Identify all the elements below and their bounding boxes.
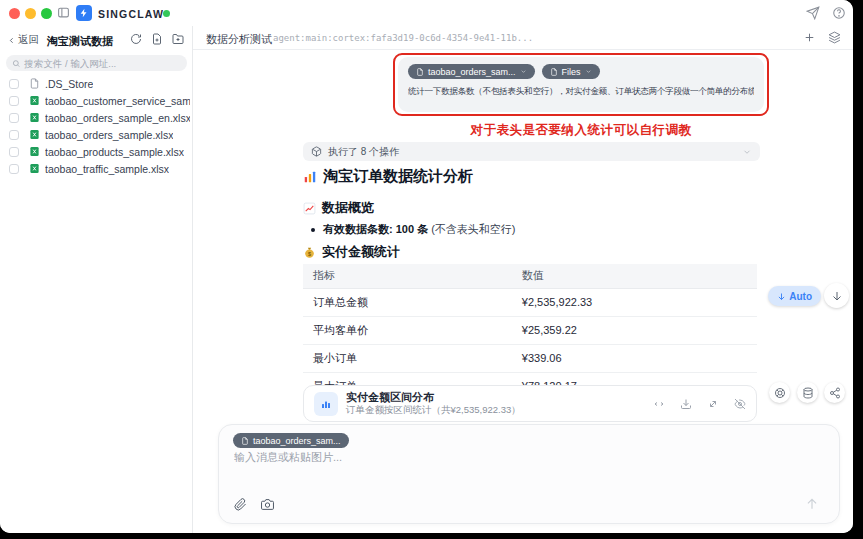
- operations-summary-label: 执行了 8 个操作: [328, 145, 399, 159]
- new-session-icon[interactable]: [803, 31, 816, 44]
- new-folder-icon[interactable]: [172, 33, 184, 45]
- sidebar-search[interactable]: [6, 55, 187, 71]
- usage-info-button[interactable]: [769, 382, 790, 403]
- file-checkbox[interactable]: [9, 113, 19, 123]
- files-chip-label: Files: [562, 67, 581, 77]
- lifebuoy-icon: [774, 387, 786, 399]
- bullet-strong: 有效数据条数: 100 条: [323, 223, 428, 235]
- payment-heading: $ 实付金额统计: [303, 243, 400, 261]
- list-item[interactable]: taobao_orders_sample_en.xlsx: [0, 109, 192, 126]
- metric-cell: 最小订单: [303, 344, 512, 372]
- app-name: SINGCLAW: [98, 8, 164, 20]
- attachment-chip-label: taobao_orders_sam...: [428, 67, 516, 77]
- send-plane-icon[interactable]: [806, 6, 820, 20]
- generic-file-icon: [29, 78, 40, 89]
- download-icon[interactable]: [680, 398, 692, 410]
- agent-id: agent:main:cortex:fafa3d19-0c6d-4354-9e4…: [273, 33, 533, 43]
- file-name: .DS_Store: [45, 78, 93, 90]
- database-icon: [802, 387, 814, 399]
- share-icon: [829, 387, 841, 399]
- refresh-icon[interactable]: [130, 33, 142, 45]
- money-bag-emoji-icon: $: [303, 246, 316, 259]
- bar-chart-emoji-icon: [303, 170, 317, 184]
- auto-scroll-button[interactable]: Auto: [768, 286, 821, 306]
- code-icon[interactable]: [653, 398, 665, 410]
- user-message-bubble: taobao_orders_sam... Files 统计一下数据条数（不包括表…: [398, 57, 764, 112]
- window-close-button[interactable]: [9, 8, 20, 19]
- file-checkbox[interactable]: [9, 130, 19, 140]
- arrow-up-icon: [805, 497, 819, 511]
- sidebar-toggle-icon[interactable]: [57, 6, 70, 19]
- report-title: 淘宝订单数据统计分析: [303, 167, 473, 186]
- overview-heading: 数据概览: [303, 199, 374, 217]
- arrow-down-icon: [777, 292, 786, 301]
- files-chip[interactable]: Files: [542, 64, 600, 79]
- chevron-left-icon: [7, 36, 16, 45]
- search-icon: [12, 59, 20, 68]
- chart-card-subtitle: 订单金额按区间统计（共¥2,535,922.33）: [346, 404, 521, 416]
- excel-file-icon: [29, 112, 40, 123]
- file-name: taobao_orders_sample_en.xlsx: [45, 112, 190, 124]
- chart-card-title: 实付金额区间分布: [346, 391, 521, 404]
- list-item[interactable]: taobao_products_sample.xlsx: [0, 143, 192, 160]
- context-database-button[interactable]: [797, 382, 818, 403]
- scroll-to-bottom-button[interactable]: [824, 283, 849, 308]
- window-minimize-button[interactable]: [25, 8, 36, 19]
- metric-cell: 订单总金额: [303, 288, 512, 316]
- arrow-down-icon: [831, 290, 843, 302]
- chart-widget-card: 实付金额区间分布 订单金额按区间统计（共¥2,535,922.33）: [303, 385, 757, 422]
- line-chart-emoji-icon: [303, 202, 316, 215]
- file-icon: [550, 68, 558, 76]
- back-label: 返回: [18, 33, 39, 47]
- eye-off-icon[interactable]: [734, 398, 746, 410]
- operations-summary-bar[interactable]: 执行了 8 个操作: [303, 142, 760, 161]
- bullet-dot: [311, 228, 315, 232]
- column-header: 数值: [512, 264, 757, 288]
- auto-scroll-label: Auto: [789, 291, 812, 302]
- value-cell: ¥25,359.22: [512, 316, 757, 344]
- column-header: 指标: [303, 264, 512, 288]
- composer-chip-label: taobao_orders_sam...: [253, 436, 341, 446]
- sidebar: 返回 淘宝测试数据 .DS_Store taobao_customer_ser: [0, 26, 193, 533]
- file-name: taobao_traffic_sample.xlsx: [45, 163, 169, 175]
- payment-heading-text: 实付金额统计: [322, 243, 400, 261]
- back-button[interactable]: 返回: [7, 33, 39, 47]
- file-checkbox[interactable]: [9, 147, 19, 157]
- paperclip-icon[interactable]: [234, 498, 247, 511]
- session-title: 数据分析测试: [206, 32, 272, 47]
- list-item[interactable]: taobao_orders_sample.xlsx: [0, 126, 192, 143]
- sidebar-header: 返回 淘宝测试数据: [0, 30, 192, 50]
- composer-attachment-chip[interactable]: taobao_orders_sam...: [233, 433, 349, 448]
- table-row: 平均客单价 ¥25,359.22: [303, 316, 757, 344]
- file-name: taobao_customer_service_sample.x...: [45, 95, 190, 107]
- file-checkbox[interactable]: [9, 164, 19, 174]
- table-header-row: 指标 数值: [303, 264, 757, 288]
- user-message-text: 统计一下数据条数（不包括表头和空行），对实付金额、订单状态两个字段做一个简单的分…: [408, 86, 754, 98]
- report-title-text: 淘宝订单数据统计分析: [323, 167, 473, 186]
- share-button[interactable]: [824, 382, 845, 403]
- window-zoom-button[interactable]: [41, 8, 52, 19]
- file-checkbox[interactable]: [9, 96, 19, 106]
- app-logo-bolt-icon: [76, 5, 92, 21]
- file-checkbox[interactable]: [9, 79, 19, 89]
- annotation-caption: 对于表头是否要纳入统计可以自行调教: [393, 122, 769, 139]
- new-file-icon[interactable]: [151, 33, 163, 45]
- file-name: taobao_products_sample.xlsx: [45, 146, 184, 158]
- list-item[interactable]: .DS_Store: [0, 75, 192, 92]
- list-item[interactable]: taobao_traffic_sample.xlsx: [0, 160, 192, 177]
- layers-icon[interactable]: [828, 31, 841, 44]
- file-icon: [416, 68, 424, 76]
- expand-icon[interactable]: [707, 398, 719, 410]
- list-item[interactable]: taobao_customer_service_sample.x...: [0, 92, 192, 109]
- attachment-chip[interactable]: taobao_orders_sam...: [408, 64, 535, 79]
- message-input[interactable]: [234, 451, 814, 463]
- send-button[interactable]: [805, 497, 819, 511]
- message-composer[interactable]: taobao_orders_sam...: [218, 424, 840, 524]
- chevron-down-icon: [742, 147, 752, 157]
- search-input[interactable]: [24, 58, 181, 69]
- camera-icon[interactable]: [261, 498, 274, 511]
- file-name: taobao_orders_sample.xlsx: [45, 129, 173, 141]
- online-status-dot: [163, 10, 170, 17]
- metric-cell: 平均客单价: [303, 316, 512, 344]
- help-icon[interactable]: [832, 6, 846, 20]
